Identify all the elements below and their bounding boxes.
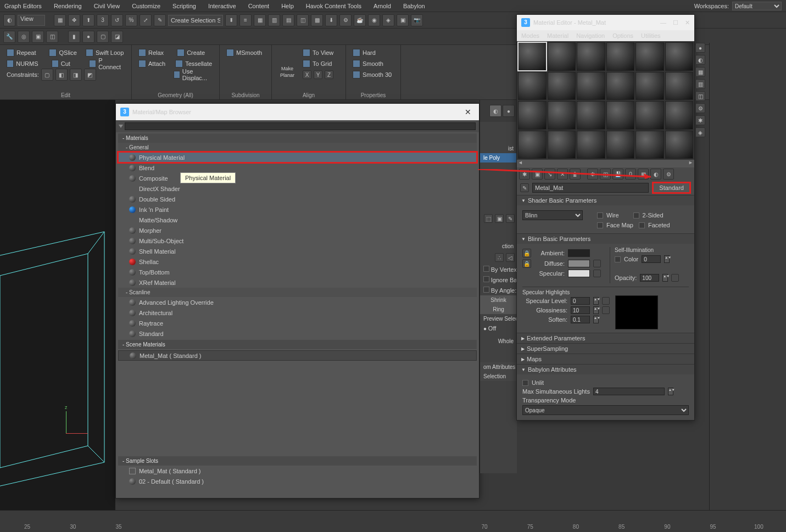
sample-slot[interactable]	[665, 131, 694, 159]
sample-slot[interactable]	[636, 42, 664, 71]
material-type-button[interactable]: Standard	[652, 182, 691, 194]
spinner-arrows[interactable]: ▲▼	[668, 388, 673, 395]
refsys-icon[interactable]: ◐	[3, 14, 15, 26]
category-sample-slots[interactable]: - Sample Slots	[118, 456, 477, 466]
tool-icon[interactable]: 3	[97, 14, 109, 26]
sample-slot-item[interactable]: Metal_Mat ( Standard )	[118, 466, 477, 476]
browser-titlebar[interactable]: 3 Material/Map Browser ✕	[116, 104, 479, 120]
spinner-arrows[interactable]: ▲▼	[593, 316, 599, 323]
tool-icon[interactable]: ◉	[368, 14, 380, 26]
sample-slot[interactable]	[606, 42, 635, 71]
ring-button[interactable]: Ring	[480, 305, 517, 314]
nurms-button[interactable]: NURMSCutP Connect	[4, 58, 127, 69]
video-icon[interactable]: ◫	[695, 91, 705, 101]
toview-button[interactable]: To View	[300, 47, 336, 58]
tool-icon[interactable]: ▩	[311, 14, 323, 26]
tool-icon[interactable]: 📷	[411, 14, 423, 26]
maxlights-spinner[interactable]: 4	[593, 388, 665, 395]
menu-item[interactable]: Modes	[521, 32, 539, 39]
sample-slot[interactable]	[518, 131, 547, 159]
map-button[interactable]	[602, 306, 610, 314]
vertex-icon[interactable]: ∴	[495, 253, 504, 262]
tool-icon[interactable]: 🔧	[3, 31, 15, 43]
material-item[interactable]: Raytrace	[118, 318, 477, 328]
tool-icon[interactable]: ●	[82, 31, 94, 43]
wire-checkbox[interactable]	[597, 212, 603, 219]
material-item[interactable]: Composite	[118, 173, 477, 183]
sample-slot-item[interactable]: 02 - Default ( Standard )	[118, 476, 477, 486]
makeplanar-icon[interactable]	[280, 48, 295, 64]
menu-item[interactable]: Scripting	[172, 3, 196, 9]
rollout-header[interactable]: ▶Extended Parameters	[517, 333, 694, 343]
panel-icon[interactable]: ✎	[506, 214, 515, 223]
tool-icon[interactable]: ◈	[695, 127, 705, 137]
sample-slot[interactable]	[577, 42, 605, 71]
menu-item[interactable]: Navigation	[576, 32, 605, 39]
tool-icon[interactable]: ◫	[600, 169, 611, 180]
sample-slot[interactable]	[577, 72, 605, 100]
shader-type-dropdown[interactable]: Blinn	[522, 210, 583, 220]
sample-slot[interactable]	[548, 101, 576, 130]
y-button[interactable]: Y	[314, 70, 322, 79]
togrid-button[interactable]: To Grid	[300, 58, 336, 69]
material-item[interactable]: Multi/Sub-Object	[118, 236, 477, 246]
spinner-arrows[interactable]: ▲▼	[593, 297, 599, 305]
command-panel[interactable]	[709, 43, 786, 510]
transparency-dropdown[interactable]: Opaque	[522, 405, 689, 415]
scene-material-item[interactable]: Metal_Mat ( Standard )	[118, 350, 477, 361]
x-button[interactable]: X	[303, 70, 311, 79]
tool-icon[interactable]: ◎	[18, 31, 30, 43]
unlit-checkbox[interactable]	[522, 380, 528, 386]
spinner-arrows[interactable]: ▲▼	[664, 255, 670, 263]
viewport[interactable]: z	[0, 100, 115, 510]
tool-icon[interactable]: ✎	[154, 14, 166, 26]
material-item[interactable]: Matte/Shadow	[118, 215, 477, 225]
lock-icon[interactable]: 🔒	[522, 249, 531, 257]
tool-icon[interactable]: ▣	[532, 169, 543, 180]
tool-icon[interactable]: ▦	[254, 14, 266, 26]
ambient-swatch[interactable]	[568, 249, 590, 257]
material-item[interactable]: Top/Bottom	[118, 267, 477, 277]
smooth-button[interactable]: Smooth	[350, 58, 396, 69]
close-icon[interactable]: ✕	[461, 108, 475, 116]
menu-item[interactable]: Interactive	[208, 3, 236, 9]
sample-slot[interactable]	[606, 101, 635, 130]
speclvl-spinner[interactable]: 0	[571, 297, 590, 305]
material-name-input[interactable]	[532, 183, 649, 193]
menu-item[interactable]: Utilities	[641, 32, 660, 39]
material-item[interactable]: Double Sided	[118, 194, 477, 204]
menu-item[interactable]: Help	[281, 3, 294, 9]
color-checkbox[interactable]	[615, 256, 621, 262]
hard-button[interactable]: Hard	[350, 47, 396, 58]
menu-item[interactable]: Options	[612, 32, 633, 39]
rollout-header[interactable]: ▶Maps	[517, 354, 694, 364]
tool-icon[interactable]: ✕	[557, 169, 568, 180]
backlight-icon[interactable]: ◐	[695, 55, 705, 65]
color-spinner[interactable]: 0	[642, 255, 661, 263]
constraint-icon[interactable]: ◧	[55, 69, 68, 81]
tool-icon[interactable]: ⚙	[339, 14, 352, 26]
refsys-dropdown[interactable]: View	[18, 15, 45, 26]
material-item[interactable]: Morpher	[118, 225, 477, 236]
map-button[interactable]	[593, 270, 601, 277]
tool-icon[interactable]: ☕	[354, 14, 366, 26]
material-item[interactable]: Ink 'n Paint	[118, 204, 477, 215]
map-button[interactable]	[671, 274, 679, 282]
sample-slot[interactable]	[665, 101, 694, 130]
material-item[interactable]: Blend	[118, 163, 477, 173]
sample-slot[interactable]	[665, 72, 694, 100]
tool-icon[interactable]: ⬆	[82, 14, 94, 26]
uv-icon[interactable]: ▥	[695, 79, 705, 89]
panel-icon[interactable]: ●	[503, 105, 515, 117]
tool-icon[interactable]: ▢	[97, 31, 109, 43]
2sided-checkbox[interactable]	[633, 212, 639, 219]
mateditor-titlebar[interactable]: 3 Material Editor - Metal_Mat —☐✕	[517, 15, 694, 30]
menu-item[interactable]: Civil View	[94, 3, 120, 9]
smooth30-button[interactable]: Smooth 30	[350, 69, 396, 80]
delete-icon[interactable]: 🗑	[570, 169, 581, 180]
timeline[interactable]: 25 30 35 70 75 80 85 90 95 100	[0, 510, 786, 532]
slots-scrollbar[interactable]	[517, 160, 694, 167]
sample-slot[interactable]	[518, 72, 547, 100]
repeat-button[interactable]: RepeatQSliceSwift Loop	[4, 47, 127, 58]
tool-icon[interactable]: ◫	[297, 14, 309, 26]
